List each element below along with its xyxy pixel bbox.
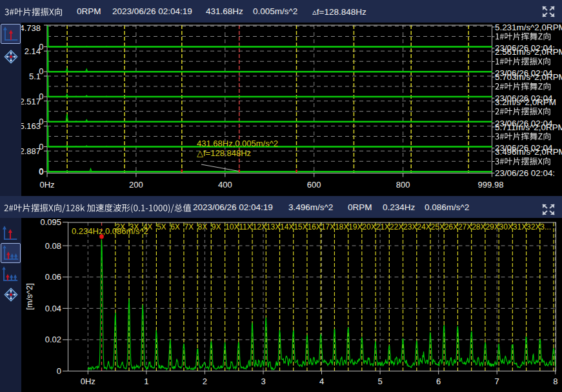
svg-text:11X: 11X (239, 222, 252, 231)
svg-text:12X: 12X (253, 222, 266, 231)
svg-text:△f=128.848Hz: △f=128.848Hz (197, 148, 251, 158)
svg-text:5.1: 5.1 (29, 72, 41, 81)
svg-text:2.517: 2.517 (19, 97, 41, 106)
svg-text:24X: 24X (417, 222, 430, 231)
svg-text:0Hz: 0Hz (39, 180, 54, 190)
svg-text:19X: 19X (348, 222, 362, 231)
svg-text:5.703m/s^2,0RPM: 5.703m/s^2,0RPM (495, 72, 562, 82)
svg-text:2.561m/s^2,0RPM: 2.561m/s^2,0RPM (495, 47, 562, 57)
svg-text:5.163: 5.163 (19, 121, 41, 131)
svg-text:31X: 31X (513, 222, 527, 231)
svg-text:29X: 29X (485, 222, 499, 231)
svg-text:800: 800 (396, 180, 410, 190)
svg-text:6: 6 (436, 377, 441, 386)
svg-text:25X: 25X (431, 222, 445, 231)
svg-text:0Hz: 0Hz (81, 377, 95, 386)
svg-text:20X: 20X (362, 222, 376, 231)
svg-text:0.02: 0.02 (45, 335, 61, 344)
svg-text:2: 2 (203, 377, 207, 386)
svg-text:32X: 32X (527, 222, 540, 231)
svg-text:0.095: 0.095 (40, 217, 61, 227)
svg-text:3.496m/s^2,0RPM: 3.496m/s^2,0RPM (495, 147, 562, 157)
svg-text:0: 0 (39, 167, 43, 177)
svg-text:600: 600 (307, 180, 321, 190)
svg-text:5X: 5X (157, 222, 166, 231)
svg-text:0.08: 0.08 (45, 241, 61, 251)
svg-text:17X: 17X (321, 222, 335, 231)
svg-text:400: 400 (218, 180, 232, 190)
svg-text:15X: 15X (294, 222, 307, 231)
svg-text:21X: 21X (376, 222, 390, 231)
svg-text:[m/s^2]: [m/s^2] (25, 283, 34, 310)
svg-text:8: 8 (553, 377, 557, 386)
svg-text:0: 0 (57, 366, 61, 376)
svg-text:30X: 30X (499, 222, 513, 231)
svg-text:200: 200 (129, 180, 143, 190)
svg-text:23/06/26 02:04:: 23/06/26 02:04: (495, 168, 555, 178)
svg-text:3: 3 (261, 377, 265, 386)
svg-text:7X: 7X (184, 222, 194, 231)
svg-text:10X: 10X (225, 222, 239, 231)
svg-text:7: 7 (495, 377, 499, 386)
svg-text:0.234Hz,0.086m/s^2: 0.234Hz,0.086m/s^2 (72, 226, 148, 236)
svg-text:13X: 13X (266, 222, 280, 231)
svg-text:0.04: 0.04 (45, 304, 61, 313)
svg-text:27X: 27X (458, 222, 472, 231)
svg-text:4: 4 (319, 377, 324, 386)
svg-text:2.887: 2.887 (19, 146, 41, 156)
svg-text:1: 1 (144, 377, 148, 386)
svg-text:18X: 18X (335, 222, 348, 231)
svg-text:5.231m/s^2,0RPM: 5.231m/s^2,0RPM (495, 23, 562, 32)
svg-text:4.738: 4.738 (19, 23, 41, 33)
svg-text:6X: 6X (170, 222, 180, 231)
svg-text:23X: 23X (403, 222, 417, 231)
svg-text:16X: 16X (307, 222, 321, 231)
svg-text:9X: 9X (212, 222, 221, 231)
svg-text:22X: 22X (390, 222, 403, 231)
svg-text:3...: 3... (540, 222, 551, 231)
svg-text:2.14: 2.14 (25, 46, 41, 56)
svg-text:5: 5 (377, 377, 382, 386)
svg-text:3.2m/s^2,0RPM: 3.2m/s^2,0RPM (495, 97, 556, 107)
svg-text:14X: 14X (280, 222, 294, 231)
svg-text:999.98: 999.98 (478, 180, 504, 190)
svg-text:0.06: 0.06 (45, 272, 61, 282)
svg-text:8X: 8X (198, 222, 208, 231)
svg-text:26X: 26X (445, 222, 458, 231)
svg-text:431.68Hz,0.005m/s^2: 431.68Hz,0.005m/s^2 (197, 139, 278, 148)
svg-text:5.711m/s^2,0RPM: 5.711m/s^2,0RPM (495, 122, 562, 132)
svg-text:28X: 28X (472, 222, 485, 231)
